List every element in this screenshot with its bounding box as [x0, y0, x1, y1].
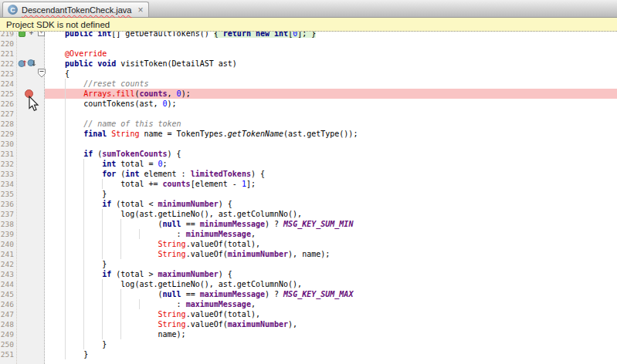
code-line[interactable]: 228 // name of this token: [0, 119, 617, 129]
code-text[interactable]: }: [45, 189, 617, 199]
code-line[interactable]: 230: [0, 139, 617, 149]
code-text[interactable]: String.valueOf(total),: [45, 239, 617, 249]
code-line[interactable]: 222 public void visitToken(DetailAST ast…: [0, 59, 617, 69]
code-text[interactable]: : minimumMessage,: [45, 229, 617, 239]
code-text[interactable]: }: [45, 259, 617, 269]
gutter-icons: [17, 179, 45, 189]
code-text[interactable]: public int[] getDefaultTokens() { return…: [45, 32, 617, 39]
code-line[interactable]: 248 String.valueOf(maximumNumber),: [0, 319, 617, 329]
code-line[interactable]: 251 }: [0, 349, 617, 359]
code-text[interactable]: String.valueOf(maximumNumber),: [45, 319, 617, 329]
code-line[interactable]: 235 }: [0, 189, 617, 199]
code-line[interactable]: 243 if (total > maximumNumber) {: [0, 269, 617, 279]
line-number: 219: [0, 32, 17, 39]
code-line[interactable]: 246 : maximumMessage,: [0, 299, 617, 309]
code-text[interactable]: countTokens(ast, 0);: [45, 99, 617, 109]
code-text[interactable]: }: [45, 349, 617, 359]
code-line[interactable]: 237 log(ast.getLineNo(), ast.getColumnNo…: [0, 209, 617, 219]
code-line[interactable]: 221 @Override: [0, 49, 617, 59]
line-number: 227: [0, 109, 17, 119]
code-line[interactable]: 229 final String name = TokenTypes.getTo…: [0, 129, 617, 139]
gutter-icons: [17, 119, 45, 129]
code-line[interactable]: 226 countTokens(ast, 0);: [0, 99, 617, 109]
line-number: 230: [0, 139, 17, 149]
code-text[interactable]: [45, 39, 617, 49]
code-text[interactable]: {: [45, 69, 617, 79]
code-line[interactable]: 220: [0, 39, 617, 49]
line-number: 237: [0, 209, 17, 219]
code-text[interactable]: : maximumMessage,: [45, 299, 617, 309]
code-line[interactable]: 242 }: [0, 259, 617, 269]
code-line[interactable]: 240 String.valueOf(total),: [0, 239, 617, 249]
code-text[interactable]: if (total < minimumNumber) {: [45, 199, 617, 209]
line-number: 232: [0, 159, 17, 169]
line-number: 248: [0, 319, 17, 329]
line-number: 236: [0, 199, 17, 209]
banner-message: Project SDK is not defined: [6, 20, 110, 29]
code-text[interactable]: for (int element : limitedTokens) {: [45, 169, 617, 179]
code-text[interactable]: (null == maximumMessage) ? MSG_KEY_SUM_M…: [45, 289, 617, 299]
code-line[interactable]: 232 int total = 0;: [0, 159, 617, 169]
code-line[interactable]: 239 : minimumMessage,: [0, 229, 617, 239]
code-text[interactable]: String.valueOf(minimumNumber), name);: [45, 249, 617, 259]
gutter-icons: [17, 299, 45, 309]
code-text[interactable]: (null == minimumMessage) ? MSG_KEY_SUM_M…: [45, 219, 617, 229]
code-line[interactable]: 224 //reset counts: [0, 79, 617, 89]
code-text[interactable]: int total = 0;: [45, 159, 617, 169]
code-line[interactable]: 236 if (total < minimumNumber) {: [0, 199, 617, 209]
plus-icon[interactable]: +: [28, 32, 35, 36]
gutter-icons: [17, 309, 45, 319]
ide-window: C DescendantTokenCheck.java × Project SD…: [0, 0, 617, 364]
code-text[interactable]: [45, 109, 617, 119]
line-number: 249: [0, 329, 17, 339]
code-line[interactable]: 245 (null == maximumMessage) ? MSG_KEY_S…: [0, 289, 617, 299]
fold-plus-icon[interactable]: +: [38, 32, 45, 36]
code-text[interactable]: total += counts[element - 1];: [45, 179, 617, 189]
code-text[interactable]: log(ast.getLineNo(), ast.getColumnNo(),: [45, 209, 617, 219]
gutter-icons: [17, 249, 45, 259]
code-line[interactable]: 227: [0, 109, 617, 119]
code-text[interactable]: if (total > maximumNumber) {: [45, 269, 617, 279]
code-text[interactable]: }: [45, 339, 617, 349]
overridden-down-icon[interactable]: [27, 59, 37, 68]
gutter-icons: [17, 239, 45, 249]
code-line[interactable]: 223 {: [0, 69, 617, 79]
code-text[interactable]: Arrays.fill(counts, 0);: [45, 89, 617, 99]
code-line[interactable]: 231 if (sumTokenCounts) {: [0, 149, 617, 159]
line-number: 229: [0, 129, 17, 139]
code-line[interactable]: 219++ public int[] getDefaultTokens() { …: [0, 32, 617, 39]
line-number: 224: [0, 79, 17, 89]
code-text[interactable]: if (sumTokenCounts) {: [45, 149, 617, 159]
line-number: 234: [0, 179, 17, 189]
code-text[interactable]: String.valueOf(total),: [45, 309, 617, 319]
code-line[interactable]: 238 (null == minimumMessage) ? MSG_KEY_S…: [0, 219, 617, 229]
fold-open-icon[interactable]: [38, 69, 46, 78]
close-icon[interactable]: ×: [137, 5, 143, 15]
code-text[interactable]: // name of this token: [45, 119, 617, 129]
code-line[interactable]: 241 String.valueOf(minimumNumber), name)…: [0, 249, 617, 259]
code-text[interactable]: name);: [45, 329, 617, 339]
code-line[interactable]: 247 String.valueOf(total),: [0, 309, 617, 319]
code-text[interactable]: [45, 139, 617, 149]
gutter-icons: [17, 149, 45, 159]
line-number: 228: [0, 119, 17, 129]
line-number: 242: [0, 259, 17, 269]
code-line[interactable]: 249 name);: [0, 329, 617, 339]
code-line[interactable]: 244 log(ast.getLineNo(), ast.getColumnNo…: [0, 279, 617, 289]
tab-descendant-token-check[interactable]: C DescendantTokenCheck.java ×: [2, 2, 149, 17]
code-text[interactable]: //reset counts: [45, 79, 617, 89]
editor[interactable]: 219++ public int[] getDefaultTokens() { …: [0, 32, 617, 364]
code-line[interactable]: 233 for (int element : limitedTokens) {: [0, 169, 617, 179]
gutter-icons: [17, 189, 45, 199]
gutter-icons: [17, 259, 45, 269]
code-line[interactable]: 234 total += counts[element - 1];: [0, 179, 617, 189]
class-icon: C: [8, 5, 18, 15]
code-line[interactable]: 250 }: [0, 339, 617, 349]
line-number: 223: [0, 69, 17, 79]
code-text[interactable]: public void visitToken(DetailAST ast): [45, 59, 617, 69]
code-text[interactable]: @Override: [45, 49, 617, 59]
code-text[interactable]: log(ast.getLineNo(), ast.getColumnNo(),: [45, 279, 617, 289]
line-number: 221: [0, 49, 17, 59]
code-text[interactable]: final String name = TokenTypes.getTokenN…: [45, 129, 617, 139]
code-line[interactable]: 225 Arrays.fill(counts, 0);: [0, 89, 617, 99]
